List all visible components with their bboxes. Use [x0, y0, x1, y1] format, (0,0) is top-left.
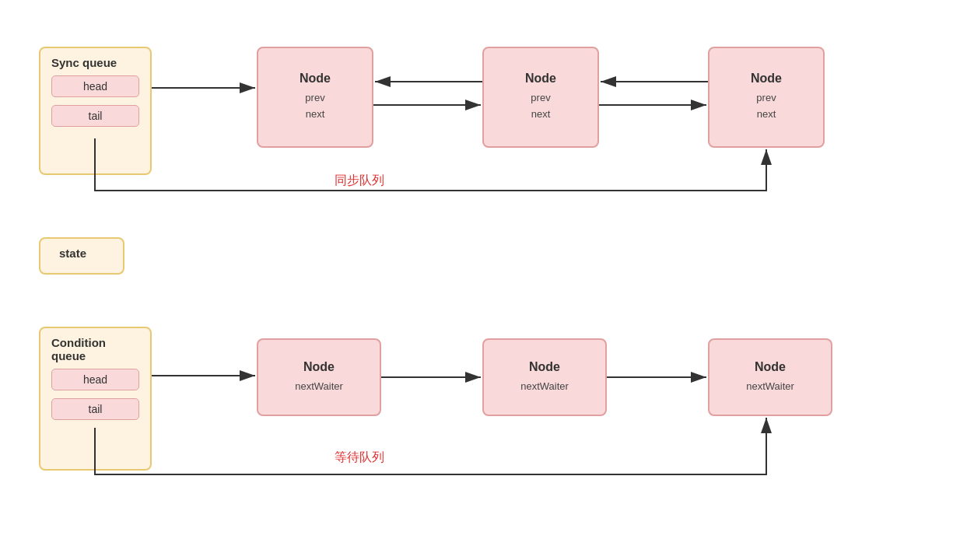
condition-node-1: Node nextWaiter [257, 338, 381, 416]
diagram-container: Sync queue head tail state Conditionqueu… [0, 0, 960, 560]
sync-node-2-fields: prevnext [531, 90, 550, 123]
sync-node-2-title: Node [525, 72, 556, 86]
sync-node-1-title: Node [300, 72, 331, 86]
sync-queue-title: Sync queue [51, 56, 139, 69]
sync-node-3-title: Node [751, 72, 782, 86]
condition-node-2-title: Node [529, 360, 560, 374]
condition-node-3: Node nextWaiter [708, 338, 832, 416]
sync-node-1-fields: prevnext [305, 90, 324, 123]
condition-queue-tail: tail [51, 398, 139, 420]
sync-node-2: Node prevnext [482, 47, 599, 148]
condition-queue-head: head [51, 369, 139, 390]
condition-node-1-title: Node [303, 360, 335, 374]
sync-node-1: Node prevnext [257, 47, 373, 148]
sync-queue-box: Sync queue head tail [39, 47, 152, 175]
sync-queue-label: 同步队列 [335, 173, 384, 189]
condition-queue-title: Conditionqueue [51, 336, 139, 362]
condition-node-3-fields: nextWaiter [746, 379, 794, 395]
condition-node-2-fields: nextWaiter [520, 379, 569, 395]
condition-node-3-title: Node [755, 360, 786, 374]
state-label: state [59, 247, 86, 260]
sync-queue-head: head [51, 75, 139, 97]
sync-node-3: Node prevnext [708, 47, 825, 148]
condition-node-1-fields: nextWaiter [295, 379, 343, 395]
sync-node-3-fields: prevnext [756, 90, 776, 123]
sync-queue-tail: tail [51, 105, 139, 127]
condition-node-2: Node nextWaiter [482, 338, 607, 416]
condition-queue-box: Conditionqueue head tail [39, 327, 152, 471]
condition-queue-label: 等待队列 [335, 450, 384, 466]
state-box: state [39, 237, 124, 275]
